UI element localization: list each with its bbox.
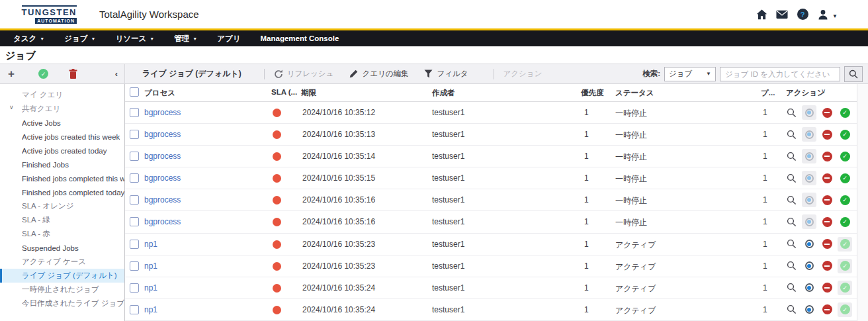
complete-job-button[interactable]: ✓ bbox=[838, 214, 852, 229]
view-job-button[interactable] bbox=[784, 105, 799, 120]
view-job-button[interactable] bbox=[784, 149, 799, 163]
view-job-button[interactable] bbox=[784, 259, 799, 273]
sidebar-item[interactable]: ∨ Active Jobs bbox=[0, 116, 124, 130]
activate-job-button[interactable] bbox=[802, 302, 816, 317]
col-header-due[interactable]: 期限 bbox=[301, 88, 316, 98]
enable-query-button[interactable]: ✓ bbox=[38, 69, 69, 79]
suspend-job-button[interactable] bbox=[820, 149, 834, 163]
sidebar-item[interactable]: ∨ 共有クエリ bbox=[0, 102, 124, 116]
row-checkbox[interactable] bbox=[130, 240, 139, 249]
view-job-button[interactable] bbox=[784, 237, 799, 252]
view-job-button[interactable] bbox=[784, 127, 799, 142]
sidebar-item[interactable]: ∨ Finished jobs completed today bbox=[0, 185, 124, 199]
sidebar-item[interactable]: ∨ 今日作成されたライブ ジョブ bbox=[0, 297, 124, 310]
process-link[interactable]: np1 bbox=[144, 261, 157, 271]
help-icon[interactable]: ? bbox=[797, 9, 808, 21]
nav-item[interactable]: Management Console bbox=[261, 34, 339, 42]
complete-job-button[interactable]: ✓ bbox=[838, 302, 852, 317]
filter-button[interactable]: フィルタ bbox=[424, 69, 468, 79]
complete-job-button[interactable]: ✓ bbox=[838, 259, 852, 273]
sidebar-item[interactable]: ∨ アクティブ ケース bbox=[0, 255, 124, 269]
nav-item[interactable]: ジョブ ▼ bbox=[64, 34, 95, 44]
row-checkbox[interactable] bbox=[130, 261, 139, 271]
suspend-job-button[interactable] bbox=[820, 259, 834, 273]
row-checkbox[interactable] bbox=[130, 217, 139, 226]
activate-job-button[interactable] bbox=[802, 127, 816, 142]
suspend-job-button[interactable] bbox=[820, 237, 834, 252]
col-header-priority[interactable]: 優先度 bbox=[581, 88, 604, 98]
mail-icon[interactable] bbox=[776, 9, 788, 21]
activate-job-button[interactable] bbox=[802, 149, 816, 163]
sidebar-item[interactable]: ∨ マイ クエリ bbox=[0, 88, 124, 102]
process-link[interactable]: bgprocess bbox=[144, 130, 181, 139]
col-header-progress[interactable]: プ... bbox=[761, 88, 775, 98]
suspend-job-button[interactable] bbox=[820, 171, 834, 185]
complete-job-button[interactable]: ✓ bbox=[838, 237, 852, 252]
delete-query-button[interactable] bbox=[69, 69, 99, 79]
process-link[interactable]: bgprocess bbox=[144, 152, 181, 161]
row-checkbox[interactable] bbox=[130, 173, 139, 183]
col-header-creator[interactable]: 作成者 bbox=[432, 88, 455, 98]
user-menu-icon[interactable] bbox=[817, 9, 829, 21]
sidebar-item[interactable]: ∨ 一時停止されたジョブ bbox=[0, 283, 124, 297]
chevron-down-icon[interactable]: ∨ bbox=[9, 104, 14, 111]
sidebar-item[interactable]: ∨ Finished Jobs bbox=[0, 158, 124, 171]
row-checkbox[interactable] bbox=[130, 152, 139, 161]
activate-job-button[interactable] bbox=[802, 105, 816, 120]
activate-job-button[interactable] bbox=[802, 214, 816, 229]
activate-job-button[interactable] bbox=[802, 281, 816, 295]
activate-job-button[interactable] bbox=[802, 237, 816, 252]
suspend-job-button[interactable] bbox=[820, 127, 834, 142]
complete-job-button[interactable]: ✓ bbox=[838, 193, 852, 207]
col-header-status[interactable]: ステータス bbox=[615, 88, 654, 98]
view-job-button[interactable] bbox=[784, 171, 799, 185]
sidebar-item[interactable]: ∨ SLA - オレンジ bbox=[0, 199, 124, 213]
activate-job-button[interactable] bbox=[802, 193, 816, 207]
search-button[interactable] bbox=[844, 66, 863, 82]
suspend-job-button[interactable] bbox=[820, 302, 834, 317]
activate-job-button[interactable] bbox=[802, 259, 816, 273]
vertical-scrollbar[interactable] bbox=[857, 84, 868, 321]
view-job-button[interactable] bbox=[784, 281, 799, 295]
process-link[interactable]: bgprocess bbox=[144, 217, 181, 226]
edit-query-button[interactable]: クエリの編集 bbox=[349, 69, 408, 79]
nav-item[interactable]: タスク ▼ bbox=[13, 34, 44, 44]
view-job-button[interactable] bbox=[784, 214, 799, 229]
home-icon[interactable] bbox=[756, 9, 767, 21]
process-link[interactable]: np1 bbox=[144, 240, 157, 249]
refresh-button[interactable]: リフレッシュ bbox=[274, 69, 334, 79]
job-id-search-input[interactable] bbox=[720, 67, 840, 81]
suspend-job-button[interactable] bbox=[820, 193, 834, 207]
search-type-select[interactable]: ジョブ ▼ bbox=[664, 67, 716, 81]
row-checkbox[interactable] bbox=[130, 108, 139, 117]
sidebar-item[interactable]: ∨ SLA - 赤 bbox=[0, 227, 124, 241]
complete-job-button[interactable]: ✓ bbox=[838, 171, 852, 185]
process-link[interactable]: bgprocess bbox=[144, 108, 181, 117]
suspend-job-button[interactable] bbox=[820, 281, 834, 295]
sidebar-item[interactable]: ∨ Suspended Jobs bbox=[0, 241, 124, 255]
sidebar-item[interactable]: ∨ ライブ ジョブ (デフォルト) bbox=[0, 269, 124, 283]
process-link[interactable]: np1 bbox=[144, 305, 157, 314]
suspend-job-button[interactable] bbox=[820, 214, 834, 229]
sidebar-item[interactable]: ∨ Active jobs created today bbox=[0, 144, 124, 158]
column-options-chevron-icon[interactable]: ∨ bbox=[821, 87, 826, 95]
view-job-button[interactable] bbox=[784, 193, 799, 207]
sidebar-item[interactable]: ∨ Active jobs created this week bbox=[0, 130, 124, 144]
nav-item[interactable]: リソース ▼ bbox=[116, 34, 155, 44]
process-link[interactable]: bgprocess bbox=[144, 173, 181, 183]
nav-item[interactable]: アプリ bbox=[217, 34, 240, 44]
col-header-actions[interactable]: アクション bbox=[786, 88, 825, 98]
sidebar-item[interactable]: ∨ Finished jobs completed this week bbox=[0, 171, 124, 185]
view-job-button[interactable] bbox=[784, 302, 799, 317]
row-checkbox[interactable] bbox=[130, 195, 139, 205]
row-checkbox[interactable] bbox=[130, 283, 139, 293]
complete-job-button[interactable]: ✓ bbox=[838, 281, 852, 295]
col-header-sla[interactable]: SLA (... bbox=[271, 88, 297, 96]
process-link[interactable]: np1 bbox=[144, 283, 157, 293]
suspend-job-button[interactable] bbox=[820, 105, 834, 120]
process-link[interactable]: bgprocess bbox=[144, 195, 181, 205]
row-checkbox[interactable] bbox=[130, 130, 139, 139]
collapse-sidebar-button[interactable]: ‹ bbox=[115, 69, 118, 79]
nav-item[interactable]: 管理 ▼ bbox=[174, 34, 197, 44]
select-all-checkbox[interactable] bbox=[130, 87, 139, 97]
